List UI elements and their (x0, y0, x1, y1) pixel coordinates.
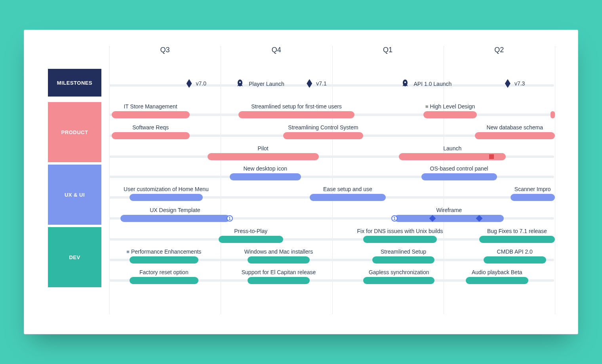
gantt-bar-label: Launch (443, 145, 461, 152)
milestone[interactable]: v7.1 (307, 79, 326, 88)
diamond-marker-icon (429, 215, 436, 222)
timeline-row: User customization of Home MenuEase setu… (109, 194, 554, 201)
gantt-bar[interactable]: Pilot (208, 153, 319, 160)
gantt-bar-label: User customization of Home Menu (124, 186, 209, 192)
swimlane-label: MILESTONES (57, 80, 92, 86)
gantt-bar-label: Fix for DNS issues with Unix builds (357, 228, 443, 234)
gantt-bar-label: Software Reqs (132, 124, 169, 131)
quarter-label: Q2 (494, 46, 504, 54)
timeline-row: Press-to-PlayFix for DNS issues with Uni… (109, 236, 554, 243)
quarter-label: Q4 (272, 46, 281, 54)
timeline-row: Software ReqsStreamlining Control System… (109, 132, 554, 139)
milestone[interactable]: v7.3 (505, 79, 525, 88)
milestone-label: v7.3 (514, 80, 525, 87)
quarter-divider (555, 46, 555, 314)
gantt-bar-label: New desktop icon (243, 165, 287, 172)
diamond-icon (505, 79, 511, 88)
gantt-bar[interactable]: Support for El Capitan release (248, 277, 310, 284)
milestone-label: v7.1 (316, 80, 326, 87)
gantt-bar-label: Support for El Capitan release (242, 269, 316, 275)
milestone[interactable]: v7.0 (187, 79, 206, 88)
row-rail (109, 84, 554, 87)
swimlane-dev[interactable]: DEV (48, 227, 101, 287)
quarter-label: Q3 (160, 46, 170, 54)
gantt-bar-label: High Level Design (425, 103, 475, 110)
gantt-bar[interactable]: New database schema (475, 132, 555, 139)
gantt-bar[interactable]: Software Reqs (112, 132, 190, 139)
diamond-icon (307, 79, 312, 88)
gantt-bar[interactable]: Streamlining Control System (283, 132, 364, 139)
gantt-bar[interactable]: Bug Fixes to 7.1 release (479, 236, 555, 243)
gantt-bar[interactable]: CMDB API 2.0 (484, 256, 546, 264)
gantt-bar[interactable]: Launch (399, 153, 506, 160)
gantt-bar[interactable]: Wireframe1 (394, 215, 504, 222)
timeline-row: Factory reset optionSupport for El Capit… (109, 277, 554, 284)
gantt-bar-label: Pilot (258, 145, 269, 152)
gantt-bar-label: IT Store Management (124, 103, 177, 110)
gantt-bar[interactable]: OS-based control panel (421, 173, 497, 180)
timeline-row: UX Design Template1Wireframe1 (109, 215, 554, 222)
gantt-bar-label: Streamlining Control System (288, 124, 358, 131)
rocket-icon (235, 79, 245, 89)
gantt-bar[interactable]: New desktop icon (230, 173, 301, 180)
gantt-bar[interactable]: High Level Design (423, 111, 477, 118)
swimlane-label: DEV (69, 254, 80, 260)
diamond-marker-icon (476, 215, 482, 222)
swimlane-label: PRODUCT (61, 129, 88, 135)
gantt-bar[interactable]: Press-to-Play (219, 236, 283, 243)
gantt-bar[interactable]: Streamlined Setup (372, 256, 435, 264)
timeline-row: Performance EnhancementsWindows and Mac … (109, 256, 554, 264)
roadmap-board: Q3Q4Q1Q2MILESTONESPRODUCTUX & UIDEVv7.0P… (24, 30, 578, 334)
gantt-bar[interactable]: User customization of Home Menu (130, 194, 203, 201)
gantt-bar[interactable]: Streamlined setup for first-time users (238, 111, 354, 118)
timeline-row: IT Store ManagementStreamlined setup for… (109, 111, 554, 118)
gantt-bar-label: Windows and Mac installers (244, 248, 313, 255)
milestone[interactable]: API 1.0 Launch (400, 79, 452, 89)
gantt-bar-label: CMDB API 2.0 (497, 248, 533, 255)
diamond-icon (187, 79, 192, 88)
gantt-bar[interactable]: IT Store Management (112, 111, 190, 118)
gantt-bar-label: Factory reset option (139, 269, 189, 275)
gantt-bar-label: Press-to-Play (234, 228, 267, 234)
gantt-bar-label: UX Design Template (150, 207, 200, 213)
gantt-bar[interactable]: Audio playback Beta (466, 277, 528, 284)
square-marker-icon (489, 154, 494, 159)
gantt-bar-label: Audio playback Beta (472, 269, 522, 275)
gantt-bar[interactable] (551, 111, 555, 118)
timeline-row: New desktop iconOS-based control panel (109, 173, 554, 180)
milestone[interactable]: Player Launch (235, 79, 284, 89)
gantt-bar[interactable]: Gapless synchronization (363, 277, 434, 284)
milestone-label: Player Launch (249, 81, 284, 87)
gantt-bar[interactable]: UX Design Template1 (120, 215, 230, 222)
count-badge: 1 (227, 215, 233, 222)
swimlane-product[interactable]: PRODUCT (48, 102, 101, 162)
gantt-bar[interactable]: Windows and Mac installers (248, 256, 310, 264)
gantt-bar[interactable]: Scanner Impro (511, 194, 555, 201)
quarter-label: Q1 (383, 46, 392, 54)
gantt-bar-label: New database schema (487, 124, 543, 131)
count-badge: 1 (391, 215, 398, 222)
gantt-bar[interactable]: Performance Enhancements (130, 256, 198, 264)
gantt-bar[interactable]: Fix for DNS issues with Unix builds (363, 236, 437, 243)
gantt-bar-label: Wireframe (436, 207, 462, 213)
swimlane-label: UX & UI (65, 192, 85, 198)
milestone-label: v7.0 (196, 80, 206, 87)
gantt-bar-label: Streamlined setup for first-time users (251, 103, 342, 110)
gantt-bar-label: Bug Fixes to 7.1 release (487, 228, 547, 234)
milestone-label: API 1.0 Launch (414, 81, 452, 87)
gantt-bar-label: Performance Enhancements (126, 248, 201, 255)
swimlane-uxui[interactable]: UX & UI (48, 165, 101, 225)
gantt-bar[interactable]: Ease setup and use (310, 194, 385, 201)
milestones-row: v7.0Player Launchv7.1API 1.0 Launchv7.3 (109, 82, 554, 89)
rocket-icon (400, 79, 410, 89)
swimlane-milestones[interactable]: MILESTONES (48, 69, 101, 97)
gantt-bar-label: Streamlined Setup (381, 248, 426, 255)
gantt-bar-label: Ease setup and use (323, 186, 372, 192)
gantt-bar[interactable]: Factory reset option (130, 277, 198, 284)
gantt-bar-label: Scanner Impro (514, 186, 551, 192)
gantt-bar-label: Gapless synchronization (369, 269, 429, 275)
gantt-bar-label: OS-based control panel (430, 165, 488, 172)
quarters-header: Q3Q4Q1Q2 (48, 46, 554, 62)
timeline-row: PilotLaunch (109, 153, 554, 160)
